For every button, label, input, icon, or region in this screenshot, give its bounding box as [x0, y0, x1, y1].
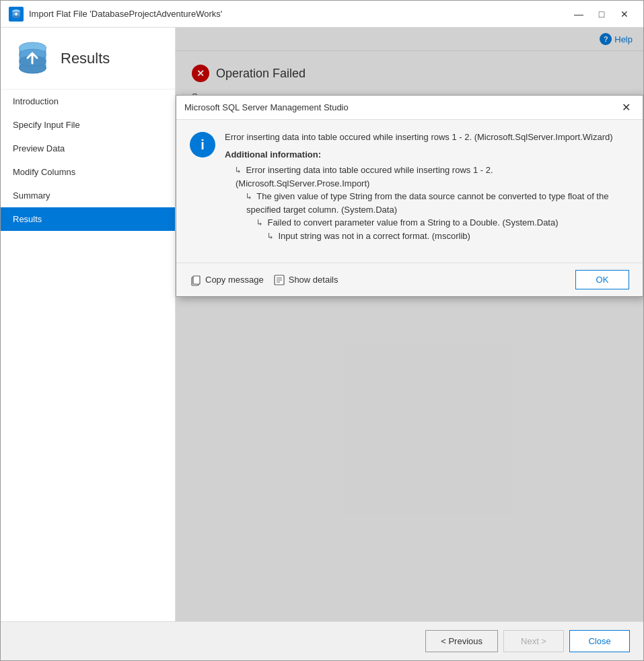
modal-titlebar: Microsoft SQL Server Management Studio ✕ [176, 96, 643, 120]
window-title: Import Flat File 'DatabaseProjectAdventu… [29, 9, 568, 19]
sidebar-nav: Introduction Specify Input File Preview … [1, 90, 175, 621]
modal-info-row: i Error inserting data into table occure… [190, 131, 629, 242]
modal-title: Microsoft SQL Server Management Studio [184, 102, 617, 112]
previous-button[interactable]: < Previous [425, 630, 498, 652]
modal-error-level4: ↳ Input string was not in a correct form… [225, 230, 629, 243]
show-details-link[interactable]: Show details [273, 274, 338, 286]
sidebar-item-modify-columns[interactable]: Modify Columns [1, 160, 175, 184]
close-window-button[interactable]: ✕ [614, 5, 635, 24]
main-panel: ? Help ✕ Operation Failed Summary: Name [176, 28, 643, 621]
modal-overlay: Microsoft SQL Server Management Studio ✕… [176, 28, 643, 621]
modal-error-level2: ↳ The given value of type String from th… [225, 190, 629, 216]
sidebar-item-specify-input-file[interactable]: Specify Input File [1, 113, 175, 137]
modal-footer: Copy message Show details [176, 263, 643, 296]
modal-error-level1: ↳ Error inserting data into table occure… [225, 164, 629, 190]
next-button[interactable]: Next > [503, 630, 564, 652]
window-controls: — □ ✕ [568, 5, 635, 24]
sidebar-item-introduction[interactable]: Introduction [1, 90, 175, 113]
modal-dialog: Microsoft SQL Server Management Studio ✕… [176, 95, 643, 297]
copy-icon [190, 274, 202, 286]
info-icon: i [190, 132, 215, 158]
modal-ok-button[interactable]: OK [575, 270, 629, 289]
details-icon [273, 274, 285, 286]
sidebar-item-preview-data[interactable]: Preview Data [1, 137, 175, 160]
copy-message-link[interactable]: Copy message [190, 274, 264, 286]
header-section: Results [1, 28, 175, 90]
close-button[interactable]: Close [569, 630, 630, 652]
titlebar: Import Flat File 'DatabaseProjectAdventu… [1, 1, 643, 28]
content-area: Results Introduction Specify Input File … [1, 28, 643, 621]
db-icon-wrap [14, 40, 51, 77]
minimize-button[interactable]: — [568, 5, 589, 24]
modal-footer-actions: Copy message Show details [190, 274, 565, 286]
maximize-button[interactable]: □ [591, 5, 612, 24]
svg-rect-10 [193, 276, 200, 284]
main-window: Import Flat File 'DatabaseProjectAdventu… [0, 0, 644, 661]
modal-error-level3: ↳ Failed to convert parameter value from… [225, 216, 629, 230]
sidebar-item-summary[interactable]: Summary [1, 184, 175, 207]
page-title: Results [61, 50, 110, 67]
sidebar: Results Introduction Specify Input File … [1, 28, 176, 621]
modal-error-text: Error inserting data into table occured … [225, 131, 629, 242]
app-icon [9, 7, 24, 22]
modal-additional-info-label: Additional information: [225, 148, 629, 162]
modal-close-button[interactable]: ✕ [617, 99, 635, 116]
sidebar-item-results[interactable]: Results [1, 207, 175, 231]
footer: < Previous Next > Close [1, 621, 643, 660]
modal-body: i Error inserting data into table occure… [176, 120, 643, 263]
modal-error-main: Error inserting data into table occured … [225, 131, 629, 144]
